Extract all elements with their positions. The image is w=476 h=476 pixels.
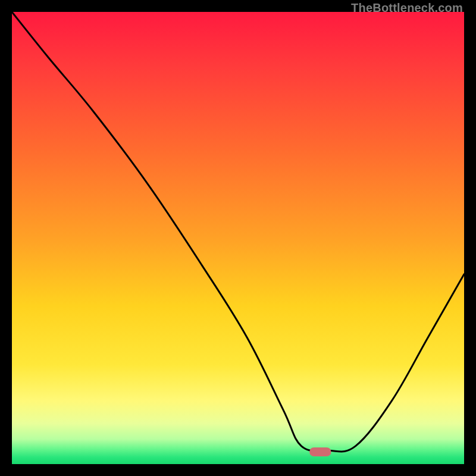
target-marker xyxy=(309,447,331,456)
plot-area xyxy=(12,12,464,464)
chart-svg xyxy=(12,12,464,464)
chart-frame: TheBottleneck.com xyxy=(0,0,476,476)
gradient-background xyxy=(12,12,464,464)
